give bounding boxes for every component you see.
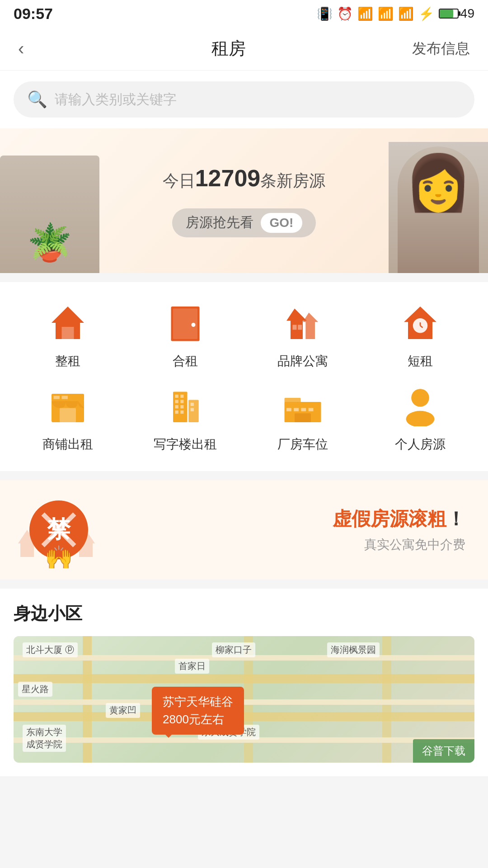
svg-rect-34: [301, 408, 306, 411]
svg-rect-33: [294, 408, 299, 411]
status-time: 09:57: [14, 5, 53, 23]
svg-rect-25: [180, 405, 183, 408]
map-label-hairun: 海润枫景园: [327, 642, 380, 657]
shop-icon: [45, 383, 90, 429]
svg-rect-28: [191, 403, 194, 406]
map-label-xinghuo: 星火路: [18, 682, 52, 697]
page-title: 租房: [211, 37, 246, 60]
category-item-brand[interactable]: 品牌公寓: [244, 300, 361, 370]
signal2-icon: 📶: [398, 6, 414, 21]
wifi-icon: 📶: [357, 6, 373, 21]
category-label-office: 写字楼出租: [154, 436, 217, 453]
charging-icon: ⚡: [418, 6, 434, 21]
svg-point-4: [192, 323, 196, 327]
office-icon: [163, 383, 208, 429]
map-label-dongnan: 东南大学成贤学院: [23, 725, 66, 752]
banner-text: 今日12709条新房源: [163, 165, 326, 192]
antifake-title-text: 虚假房源: [333, 508, 408, 529]
banner-suffix: 条新房源: [260, 171, 325, 190]
antifake-icon-area: 禁 🙌: [14, 494, 104, 566]
svg-marker-6: [303, 313, 318, 340]
status-bar: 09:57 📳 ⏰ 📶 📶 📶 ⚡ 49: [0, 0, 488, 27]
banner-go-label: GO!: [261, 213, 303, 233]
svg-rect-16: [54, 396, 60, 399]
download-bar[interactable]: 谷普下载: [413, 739, 474, 763]
status-icons: 📳 ⏰ 📶 📶 📶 ⚡ 49: [317, 6, 474, 21]
svg-rect-35: [309, 408, 314, 411]
category-label-factory: 厂房车位: [277, 436, 328, 453]
banner-right-image: [389, 142, 488, 273]
svg-rect-21: [180, 395, 183, 398]
svg-rect-29: [191, 408, 194, 411]
svg-rect-36: [295, 413, 311, 422]
clock-house-icon: [398, 300, 443, 345]
vibrate-icon: 📳: [317, 6, 333, 21]
search-icon: 🔍: [27, 90, 47, 109]
banner-count: 12709: [195, 165, 261, 191]
svg-rect-27: [180, 410, 183, 414]
antifake-sub: 真实公寓免中介费: [104, 536, 465, 553]
category-item-shop[interactable]: 商铺出租: [9, 383, 127, 453]
category-item-hezi[interactable]: 合租: [127, 300, 244, 370]
banner-center: 今日12709条新房源 房源抢先看 GO!: [163, 165, 326, 237]
nearby-title: 身边小区: [14, 602, 474, 625]
category-label-hezi: 合租: [173, 353, 198, 370]
svg-point-37: [411, 389, 429, 407]
category-item-office[interactable]: 写字楼出租: [127, 383, 244, 453]
map-popup[interactable]: 苏宁天华硅谷 2800元左右: [152, 687, 244, 735]
category-item-duanzu[interactable]: 短租: [361, 300, 479, 370]
search-container: 🔍 请输入类别或关键字: [0, 71, 488, 128]
publish-button[interactable]: 发布信息: [412, 39, 470, 59]
antifake-banner[interactable]: 禁 🙌 虚假房源滚粗！ 真实公寓免中介费: [0, 480, 488, 580]
category-item-zhengzu[interactable]: 整租: [9, 300, 127, 370]
svg-marker-5: [286, 309, 307, 340]
search-bar[interactable]: 🔍 请输入类别或关键字: [14, 81, 474, 118]
apartment-icon: [280, 300, 325, 345]
category-item-personal[interactable]: 个人房源: [361, 383, 479, 453]
banner-btn-text: 房源抢先看: [186, 213, 253, 232]
category-label-shop: 商铺出租: [42, 436, 93, 453]
svg-rect-7: [293, 325, 297, 330]
alarm-icon: ⏰: [337, 6, 353, 21]
antifake-title: 虚假房源滚粗！: [104, 506, 465, 532]
house-whole-icon: [45, 300, 90, 345]
svg-rect-24: [175, 405, 178, 408]
door-icon: [163, 300, 208, 345]
svg-rect-15: [60, 408, 76, 423]
battery: 49: [439, 6, 474, 21]
svg-rect-26: [175, 410, 178, 414]
nearby-section: 身边小区 北斗大厦 ⓟ 柳家口子 海润枫景园 首家日 星火路 黄家凹 东南大学成…: [0, 589, 488, 776]
factory-icon: [280, 383, 325, 429]
svg-rect-8: [298, 325, 302, 330]
popup-name: 苏宁天华硅谷: [163, 693, 233, 711]
map-label-shoujia: 首家日: [175, 659, 209, 674]
banner: 今日12709条新房源 房源抢先看 GO!: [0, 128, 488, 273]
search-input[interactable]: 请输入类别或关键字: [55, 90, 177, 109]
antifake-highlight: 滚粗: [408, 508, 446, 529]
category-label-personal: 个人房源: [395, 436, 446, 453]
svg-rect-17: [62, 396, 68, 399]
svg-rect-23: [180, 400, 183, 403]
category-item-factory[interactable]: 厂房车位: [244, 383, 361, 453]
girl-decoration: [398, 146, 479, 273]
svg-rect-32: [286, 408, 291, 411]
map-label-huangjia: 黄家凹: [106, 703, 140, 718]
banner-prefix: 今日: [163, 171, 195, 190]
svg-rect-22: [175, 400, 178, 403]
map-label-liujia: 柳家口子: [212, 642, 255, 657]
battery-level: 49: [460, 6, 474, 21]
signal-icon: 📶: [378, 6, 394, 21]
plant-decoration: [0, 156, 99, 273]
map-preview[interactable]: 北斗大厦 ⓟ 柳家口子 海润枫景园 首家日 星火路 黄家凹 东南大学成贤学院 东…: [14, 636, 474, 763]
category-grid: 整租 合租 品牌公寓: [9, 300, 479, 453]
category-label-brand: 品牌公寓: [277, 353, 328, 370]
svg-point-38: [406, 411, 435, 426]
map-label-beidou: 北斗大厦 ⓟ: [23, 642, 78, 657]
svg-rect-20: [175, 395, 178, 398]
back-button[interactable]: ‹: [18, 38, 45, 59]
banner-button[interactable]: 房源抢先看 GO!: [172, 208, 316, 237]
map-background: 北斗大厦 ⓟ 柳家口子 海润枫景园 首家日 星火路 黄家凹 东南大学成贤学院 东…: [14, 636, 474, 763]
category-section: 整租 合租 品牌公寓: [0, 282, 488, 471]
antifake-text-area: 虚假房源滚粗！ 真实公寓免中介费: [104, 506, 474, 553]
svg-rect-31: [285, 398, 301, 403]
